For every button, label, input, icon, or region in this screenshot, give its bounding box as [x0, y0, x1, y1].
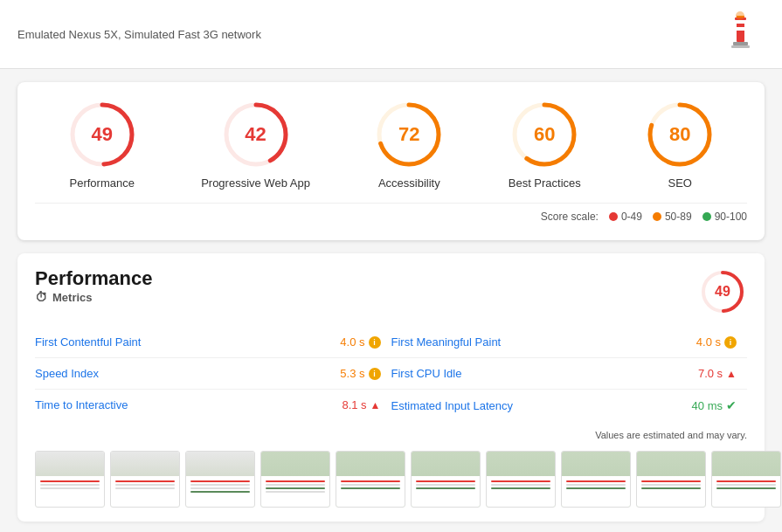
thumbnail-1	[35, 451, 105, 508]
metric-number-fci: 7.0 s	[698, 367, 723, 380]
metric-eil: Estimated Input Latency 40 ms ✔	[391, 390, 748, 421]
metric-value-fmp: 4.0 s i	[696, 335, 737, 349]
estimated-text: Values are estimated and may vary.	[35, 430, 747, 440]
metric-fmp: First Meaningful Paint 4.0 s i	[391, 327, 748, 358]
metric-number-eil: 40 ms	[692, 399, 723, 412]
perf-header: Performance ⏱ Metrics 49	[35, 267, 747, 316]
metric-name-si[interactable]: Speed Index	[35, 367, 99, 380]
metric-name-fci[interactable]: First CPU Idle	[391, 367, 462, 380]
lighthouse-logo	[716, 9, 765, 59]
timer-icon: ⏱	[35, 290, 47, 304]
metrics-label: Metrics	[52, 291, 93, 304]
svg-point-7	[736, 11, 744, 20]
metrics-right-col: First Meaningful Paint 4.0 s i First CPU…	[391, 327, 748, 421]
metric-number-fmp: 4.0 s	[696, 335, 721, 349]
score-seo[interactable]: 80 SEO	[645, 100, 715, 190]
thumbnail-7	[486, 451, 556, 508]
metrics-header: ⏱ Metrics	[35, 290, 153, 304]
metrics-left-col: First Contentful Paint 4.0 s i Speed Ind…	[35, 327, 391, 421]
score-circle-performance: 49	[67, 100, 137, 169]
thumbnail-5	[336, 451, 405, 508]
scale-dot-orange	[653, 212, 661, 221]
thumbnail-8	[561, 451, 631, 508]
thumbnail-10	[711, 451, 781, 508]
metric-name-eil[interactable]: Estimated Input Latency	[391, 399, 513, 412]
perf-score-circle: 49	[698, 267, 747, 316]
score-circle-best-practices: 60	[509, 100, 579, 169]
scale-item-green: 90-100	[702, 211, 747, 223]
score-value-performance: 49	[91, 123, 112, 146]
device-info: Emulated Nexus 5X, Simulated Fast 3G net…	[17, 28, 261, 41]
scale-dot-red	[609, 212, 618, 221]
score-circle-pwa: 42	[221, 100, 291, 169]
metric-number-si: 5.3 s	[340, 367, 364, 380]
score-circle-accessibility: 72	[374, 100, 444, 169]
metric-value-eil: 40 ms ✔	[692, 398, 737, 412]
scale-dot-green	[702, 212, 711, 221]
metrics-grid: First Contentful Paint 4.0 s i Speed Ind…	[35, 327, 747, 421]
scale-range-green: 90-100	[715, 211, 747, 223]
scale-label: Score scale:	[541, 211, 599, 223]
perf-title-area: Performance ⏱ Metrics	[35, 267, 153, 311]
thumbnail-6	[411, 451, 481, 508]
score-label-best-practices: Best Practices	[509, 176, 581, 190]
score-value-pwa: 42	[245, 123, 266, 146]
thumbnail-4	[260, 451, 330, 508]
svg-rect-3	[737, 20, 744, 24]
score-best-practices[interactable]: 60 Best Practices	[509, 100, 581, 190]
metric-value-si: 5.3 s i	[340, 367, 380, 380]
metric-first-contentful-paint: First Contentful Paint 4.0 s i	[35, 327, 391, 358]
scale-range-red: 0-49	[621, 211, 642, 223]
top-bar: Emulated Nexus 5X, Simulated Fast 3G net…	[0, 0, 782, 69]
metric-name-fmp[interactable]: First Meaningful Paint	[391, 335, 502, 349]
check-icon-eil: ✔	[726, 398, 737, 412]
svg-rect-6	[731, 45, 750, 48]
metric-name-fcp[interactable]: First Contentful Paint	[35, 335, 141, 349]
score-circle-seo: 80	[645, 100, 715, 169]
score-value-seo: 80	[669, 123, 690, 146]
svg-rect-4	[737, 27, 744, 31]
metric-fci: First CPU Idle 7.0 s ▲	[391, 358, 748, 390]
warn-icon-fci: ▲	[726, 368, 737, 380]
perf-score-number: 49	[715, 284, 730, 300]
metric-value-tti: 8.1 s ▲	[342, 398, 380, 411]
scale-item-red: 0-49	[609, 211, 642, 223]
scale-range-orange: 50-89	[665, 211, 692, 223]
metric-value-fci: 7.0 s ▲	[698, 367, 737, 380]
thumbnails-section: Values are estimated and may vary.	[35, 430, 747, 508]
score-value-accessibility: 72	[398, 123, 419, 146]
scores-row: 49 Performance 42 Progressive Web App	[35, 100, 747, 190]
metric-tti: Time to Interactive 8.1 s ▲	[35, 390, 391, 420]
metric-value-fcp: 4.0 s i	[340, 335, 380, 349]
score-pwa[interactable]: 42 Progressive Web App	[201, 100, 310, 190]
score-value-best-practices: 60	[534, 123, 555, 146]
perf-title: Performance	[35, 267, 153, 290]
thumbnail-2	[110, 451, 180, 508]
metric-name-tti[interactable]: Time to Interactive	[35, 398, 128, 411]
thumbnails-row	[35, 451, 747, 508]
score-label-performance: Performance	[69, 176, 134, 190]
metric-number-fcp: 4.0 s	[340, 335, 364, 349]
info-icon-fmp[interactable]: i	[724, 336, 737, 349]
scores-card: 49 Performance 42 Progressive Web App	[17, 82, 765, 240]
metric-number-tti: 8.1 s	[342, 398, 366, 411]
metric-speed-index: Speed Index 5.3 s i	[35, 358, 391, 390]
score-performance[interactable]: 49 Performance	[67, 100, 137, 190]
score-label-accessibility: Accessibility	[378, 176, 440, 190]
warn-icon-tti: ▲	[370, 399, 381, 411]
scale-item-orange: 50-89	[653, 211, 692, 223]
info-icon-fcp[interactable]: i	[369, 336, 381, 349]
score-label-seo: SEO	[668, 176, 692, 190]
info-icon-si[interactable]: i	[369, 368, 381, 380]
score-label-pwa: Progressive Web App	[201, 176, 310, 190]
score-scale: Score scale: 0-49 50-89 90-100	[35, 203, 747, 223]
score-accessibility[interactable]: 72 Accessibility	[374, 100, 444, 190]
svg-rect-5	[733, 42, 748, 45]
performance-section: Performance ⏱ Metrics 49 First Contentfu…	[17, 253, 765, 522]
thumbnail-3	[185, 451, 255, 508]
thumbnail-9	[636, 451, 706, 508]
